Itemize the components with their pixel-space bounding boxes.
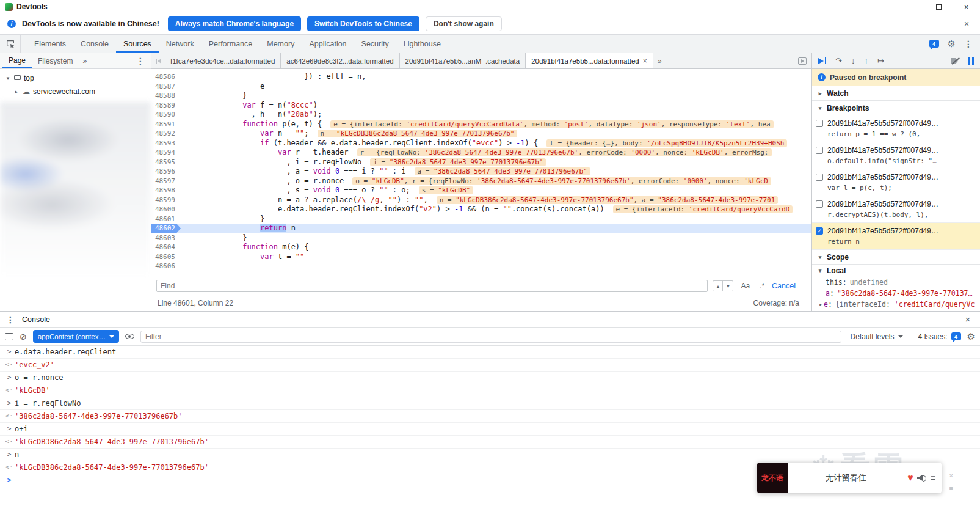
code-text[interactable]: }) : e[t] = n, [181,72,366,82]
dont-show-again-button[interactable]: Don't show again [426,16,502,31]
inspect-element-button[interactable] [0,35,21,53]
live-expression-eye-icon[interactable] [125,334,134,339]
console-sidebar-icon[interactable] [5,333,13,340]
scope-entry-a[interactable]: a:"386c2da8-5647-4de3-997e-77013796e67b" [812,288,980,299]
code-editor[interactable]: 48586 }) : e[t] = n,48587 e48588 }48589 … [151,69,811,277]
close-window-button[interactable]: × [953,0,980,13]
code-text[interactable]: , i = r.reqFlowNoi = "386c2da8-5647-4de3… [181,158,546,167]
line-number[interactable]: 48596 [151,167,181,177]
scope-section-header[interactable]: ▾ Scope [812,250,980,265]
step-icon[interactable]: ↦ [877,57,884,65]
tab-page[interactable]: Page [2,53,32,68]
line-number[interactable]: 48586 [151,72,181,82]
maximize-button[interactable] [925,0,953,13]
switch-to-chinese-button[interactable]: Switch DevTools to Chinese [307,16,419,31]
code-text[interactable]: , s = void 0 === o ? "" : o;s = "kLGcDB" [181,186,473,196]
code-text[interactable]: var n = "";n = "kLGcDB386c2da8-5647-4de3… [181,129,517,139]
log-levels-dropdown[interactable]: Default levels [848,332,905,341]
infobar-close-icon[interactable]: × [960,19,973,29]
breakpoint-checkbox[interactable] [816,120,823,127]
expander-icon[interactable]: ▸ [13,89,20,95]
editor-tab[interactable]: ac642e69de8c3f2...data:formatted [281,53,399,68]
console-kebab-icon[interactable]: ⋮ [6,315,15,324]
breakpoint-item[interactable]: 20d91bf41a7e5b5d572ff007d49…o.default.in… [812,142,980,169]
tab-strip-options-icon[interactable] [798,57,807,65]
code-text[interactable]: var t = "" [181,252,304,262]
tree-item-servicewechat-com[interactable]: ▸☁servicewechat.com [0,85,151,98]
album-art[interactable]: 龙不语 [757,463,788,493]
find-cancel-button[interactable]: Cancel [772,282,807,290]
code-text[interactable]: var r = t.headerr = {reqFlowNo: '386c2da… [181,148,772,158]
line-number[interactable]: 48597 [151,177,181,186]
code-text[interactable]: } [181,233,247,243]
pause-on-exceptions-icon[interactable] [968,57,974,65]
line-number[interactable]: 48599 [151,196,181,205]
line-number[interactable]: 48588 [151,91,181,101]
tree-item-top[interactable]: ▾top [0,71,151,85]
breakpoint-item[interactable]: 20d91bf41a7e5b5d572ff007d49…r.decryptAES… [812,196,980,223]
tab-console[interactable]: Console [73,35,116,53]
editor-tab[interactable]: 20d91bf41a7e5b5...anM=.cachedata [400,53,526,68]
code-text[interactable]: e [181,82,264,92]
code-text[interactable]: , h = n("20ab"); [181,110,322,120]
tab-network[interactable]: Network [159,35,201,53]
breakpoints-section-header[interactable]: ▾ Breakpoints [812,101,980,115]
expander-icon[interactable]: ▸ [818,299,824,310]
minimize-button[interactable] [898,0,925,13]
scope-local-header[interactable]: ▾ Local [812,265,980,277]
clear-console-icon[interactable]: ⊘ [20,332,27,341]
code-text[interactable] [181,262,260,271]
line-number[interactable]: 48603 [151,233,181,243]
code-text[interactable]: if (t.header && e.data.header.reqClient.… [181,139,787,148]
find-previous-icon[interactable]: ▲ [713,281,723,291]
console-close-icon[interactable]: × [962,314,974,324]
execution-context-selector[interactable]: appContext (contex… [33,330,119,343]
editor-tab[interactable]: 20d91bf41a7e5b5...data:formatted× [526,53,653,68]
code-text[interactable]: } [181,91,247,101]
breakpoint-item[interactable]: 20d91bf41a7e5b5d572ff007d49…return p = 1… [812,115,980,142]
code-text[interactable]: function m(e) { [181,243,309,252]
line-number[interactable]: 48606 [151,262,181,271]
match-language-button[interactable]: Always match Chrome's language [168,16,301,31]
regex-toggle[interactable]: .* [757,282,767,290]
tab-elements[interactable]: Elements [27,35,73,53]
issues-icon[interactable]: 4 [929,40,939,48]
scope-entry-this[interactable]: this:undefined [812,277,980,288]
code-text[interactable]: n = a ? a.replace(/\-/g, "") : "",n = "k… [181,196,778,205]
breakpoint-checkbox[interactable] [816,174,823,181]
overlay-list-icon[interactable]: ≡ [949,485,953,492]
breakpoint-checkbox[interactable] [816,200,823,208]
line-number[interactable]: 48590 [151,110,181,120]
editor-more-tabs-icon[interactable]: » [653,53,666,68]
issues-counter[interactable]: 4 Issues: 4 [918,332,961,341]
expander-icon[interactable]: ▾ [5,75,11,81]
main-menu-kebab-icon[interactable]: ⋮ [964,39,973,49]
tab-application[interactable]: Application [302,35,354,53]
line-number[interactable]: 48591 [151,120,181,130]
tab-back-icon[interactable] [151,53,165,68]
code-text[interactable]: e.data.header.reqClient.indexOf("v2") > … [181,205,793,214]
breakpoint-checkbox[interactable]: ✓ [816,227,823,235]
settings-gear-icon[interactable]: ⚙ [948,38,956,49]
resume-script-button[interactable] [818,57,826,64]
console-filter-input[interactable] [140,331,842,343]
tab-lighthouse[interactable]: Lighthouse [396,35,448,53]
playlist-icon[interactable]: ≡ [931,473,935,483]
scope-entry-e[interactable]: ▸e:{interfaceId: 'creditCard/queryVccCar… [812,299,980,310]
line-number[interactable]: 48593 [151,139,181,148]
console-settings-gear-icon[interactable]: ⚙ [967,331,975,342]
navigator-kebab-icon[interactable]: ⋮ [136,56,148,66]
breakpoint-item[interactable]: 20d91bf41a7e5b5d572ff007d49…var l = p(c,… [812,169,980,196]
match-case-toggle[interactable]: Aa [738,282,752,290]
overlay-close-icon[interactable]: × [949,472,953,479]
find-next-icon[interactable]: ▼ [723,281,733,291]
tab-security[interactable]: Security [354,35,396,53]
breakpoint-checkbox[interactable] [816,147,823,154]
deactivate-breakpoints-icon[interactable] [951,57,959,64]
tab-filesystem[interactable]: Filesystem [32,53,79,68]
line-number[interactable]: 48598 [151,186,181,196]
watch-section-header[interactable]: ▸ Watch [812,86,980,101]
close-tab-icon[interactable]: × [643,57,647,65]
step-into-icon[interactable]: ↓ [851,57,855,65]
code-text[interactable]: , a = void 0 === i ? "" : ia = "386c2da8… [181,167,590,177]
